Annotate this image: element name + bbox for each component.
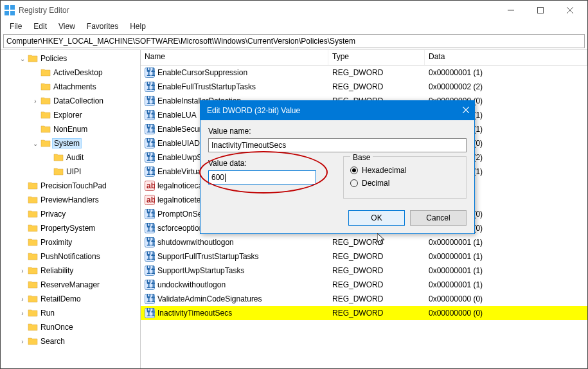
expand-icon[interactable]: › [19, 296, 26, 303]
svg-rect-1 [10, 5, 15, 10]
radio-hexadecimal[interactable]: Hexadecimal [350, 166, 459, 175]
value-row[interactable]: shutdownwithoutlogonREG_DWORD0x00000001 … [141, 235, 587, 249]
folder-icon [28, 223, 38, 233]
folder-icon [28, 266, 38, 276]
tree-item-datacollection[interactable]: ›DataCollection [1, 94, 140, 108]
reg-dword-icon [145, 82, 155, 92]
menu-view[interactable]: View [53, 21, 80, 32]
reg-dword-icon [145, 138, 155, 148]
edit-dword-dialog: Edit DWORD (32-bit) Value Value name: In… [200, 100, 475, 234]
expand-icon[interactable]: › [19, 338, 26, 345]
tree-item-privacy[interactable]: Privacy [1, 207, 140, 221]
tree-item-reservemanager[interactable]: ReserveManager [1, 278, 140, 292]
tree-item-precisiontouchpad[interactable]: PrecisionTouchPad [1, 179, 140, 193]
dialog-titlebar[interactable]: Edit DWORD (32-bit) Value [200, 101, 474, 120]
value-data: 0x00000001 (1) [425, 252, 587, 261]
value-type: REG_DWORD [328, 252, 425, 261]
reg-dword-icon [145, 209, 155, 219]
tree-item-label: System [52, 138, 82, 148]
menu-file[interactable]: File [4, 21, 27, 32]
value-row[interactable]: undockwithoutlogonREG_DWORD0x00000001 (1… [141, 278, 587, 292]
folder-icon [28, 336, 38, 346]
tree-item-label: Reliability [40, 266, 73, 275]
minimize-button[interactable] [496, 1, 526, 20]
reg-dword-icon [145, 166, 155, 177]
maximize-button[interactable] [526, 1, 555, 20]
value-data-input[interactable]: 600 [208, 170, 316, 184]
tree-item-label: Privacy [40, 210, 66, 219]
folder-icon [40, 138, 51, 148]
tree-item-nonenum[interactable]: NonEnum [1, 122, 140, 136]
tree-item-runonce[interactable]: RunOnce [1, 320, 140, 334]
tree-item-label: Proximity [40, 238, 72, 247]
tree-item-uipi[interactable]: UIPI [1, 165, 140, 179]
regedit-icon [4, 5, 15, 15]
value-name: ValidateAdminCodeSignatures [157, 294, 328, 303]
reg-dword-icon [145, 294, 155, 304]
value-type: REG_DWORD [328, 238, 425, 247]
base-legend: Base [350, 153, 373, 162]
value-row[interactable]: EnableCursorSuppressionREG_DWORD0x000000… [141, 66, 587, 80]
column-data[interactable]: Data [425, 50, 587, 65]
registry-tree[interactable]: ⌄PoliciesActiveDesktopAttachments›DataCo… [1, 50, 141, 368]
expand-icon[interactable]: › [19, 267, 26, 274]
collapse-icon[interactable]: ⌄ [19, 55, 26, 62]
tree-item-policies[interactable]: ⌄Policies [1, 51, 140, 66]
value-name: SupportFullTrustStartupTasks [157, 252, 328, 261]
folder-icon [40, 96, 51, 106]
svg-rect-2 [4, 11, 9, 15]
value-row[interactable]: SupportUwpStartupTasksREG_DWORD0x0000000… [141, 264, 587, 278]
tree-item-run[interactable]: ›Run [1, 306, 140, 320]
reg-dword-icon [145, 124, 155, 134]
column-type[interactable]: Type [328, 50, 425, 65]
folder-icon [28, 280, 38, 290]
tree-item-proximity[interactable]: Proximity [1, 235, 140, 249]
menu-edit[interactable]: Edit [28, 21, 52, 32]
value-row[interactable]: SupportFullTrustStartupTasksREG_DWORD0x0… [141, 249, 587, 264]
reg-string-icon [145, 195, 155, 205]
value-type: REG_DWORD [328, 309, 425, 318]
tree-item-reliability[interactable]: ›Reliability [1, 264, 140, 278]
reg-dword-icon [145, 68, 155, 78]
reg-dword-icon [145, 223, 155, 233]
address-bar[interactable]: Computer\HKEY_LOCAL_MACHINE\SOFTWARE\Mic… [3, 34, 585, 48]
folder-icon [28, 237, 38, 248]
tree-item-system[interactable]: ⌄System [1, 136, 140, 150]
menu-help[interactable]: Help [125, 21, 151, 32]
reg-dword-icon [145, 266, 155, 276]
value-row[interactable]: InactivityTimeoutSecsREG_DWORD0x00000000… [141, 306, 587, 320]
expand-icon[interactable]: › [31, 98, 39, 105]
tree-item-search[interactable]: ›Search [1, 334, 140, 348]
tree-item-pushnotifications[interactable]: PushNotifications [1, 249, 140, 264]
collapse-icon[interactable]: ⌄ [31, 140, 39, 147]
value-name: InactivityTimeoutSecs [157, 309, 328, 318]
value-name-input[interactable]: InactivityTimeoutSecs [208, 138, 467, 152]
menu-favorites[interactable]: Favorites [82, 21, 123, 32]
ok-button[interactable]: OK [348, 210, 405, 226]
expand-icon[interactable]: › [19, 310, 26, 317]
column-name[interactable]: Name [141, 50, 328, 65]
tree-item-explorer[interactable]: Explorer [1, 108, 140, 122]
tree-item-audit[interactable]: Audit [1, 150, 140, 165]
value-type: REG_DWORD [328, 82, 425, 91]
close-button[interactable] [555, 1, 585, 20]
radio-decimal[interactable]: Decimal [350, 179, 459, 188]
folder-icon [28, 294, 38, 304]
cancel-button[interactable]: Cancel [410, 210, 467, 226]
value-row[interactable]: EnableFullTrustStartupTasksREG_DWORD0x00… [141, 80, 587, 94]
tree-item-attachments[interactable]: Attachments [1, 80, 140, 94]
tree-item-label: PreviewHandlers [40, 195, 99, 204]
value-name: undockwithoutlogon [157, 280, 328, 289]
folder-icon [28, 209, 38, 219]
tree-item-previewhandlers[interactable]: PreviewHandlers [1, 193, 140, 207]
tree-item-retaildemo[interactable]: ›RetailDemo [1, 292, 140, 306]
value-name: SupportUwpStartupTasks [157, 266, 328, 275]
tree-item-propertysystem[interactable]: PropertySystem [1, 221, 140, 235]
tree-item-activedesktop[interactable]: ActiveDesktop [1, 66, 140, 80]
value-row[interactable]: ValidateAdminCodeSignaturesREG_DWORD0x00… [141, 292, 587, 306]
tree-item-label: PropertySystem [40, 224, 95, 233]
svg-rect-0 [4, 5, 9, 10]
reg-dword-icon [145, 308, 155, 318]
dialog-close-button[interactable] [451, 106, 469, 115]
tree-item-label: RetailDemo [40, 294, 81, 303]
